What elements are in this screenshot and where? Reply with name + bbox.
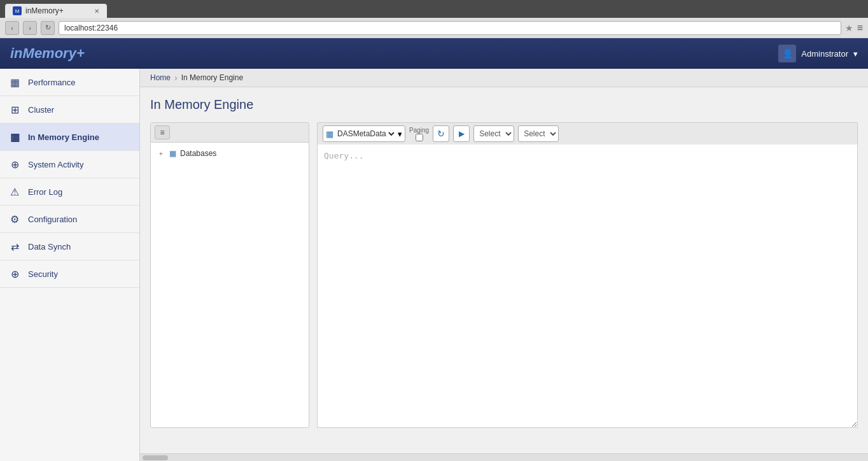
sidebar-label-security: Security xyxy=(28,269,58,279)
sidebar-icon-performance: ▦ xyxy=(8,75,22,89)
paging-label: Paging xyxy=(409,127,429,134)
page-content: In Memory Engine ≡ + ▦ Databases xyxy=(140,87,868,453)
tree-databases-icon: ▦ xyxy=(167,148,178,159)
reload-button[interactable]: ↻ xyxy=(41,21,55,35)
bookmark-icon[interactable]: ★ xyxy=(845,23,853,33)
page-title: In Memory Engine xyxy=(150,97,858,112)
scrollbar-thumb[interactable] xyxy=(143,455,168,460)
sidebar-icon-in-memory-engine: ▦ xyxy=(8,130,22,144)
user-avatar-icon: 👤 xyxy=(778,45,796,62)
tree-toolbar-button[interactable]: ≡ xyxy=(155,125,170,139)
sidebar-item-performance[interactable]: ▦ Performance xyxy=(0,69,139,96)
db-select-container: ▦ DASMetaData ▾ xyxy=(323,125,405,142)
db-select-icon: ▦ xyxy=(326,129,333,139)
sidebar-icon-cluster: ⊞ xyxy=(8,103,22,117)
query-textarea[interactable] xyxy=(317,145,858,428)
forward-button[interactable]: › xyxy=(23,21,37,35)
sidebar-label-performance: Performance xyxy=(28,78,75,87)
refresh-button[interactable]: ↻ xyxy=(433,125,449,142)
back-button[interactable]: ‹ xyxy=(5,21,19,35)
tree-content: + ▦ Databases xyxy=(151,143,309,164)
sidebar: ▦ Performance ⊞ Cluster ▦ In Memory Engi… xyxy=(0,69,140,461)
sidebar-icon-error-log: ⚠ xyxy=(8,185,22,199)
sidebar-label-in-memory-engine: In Memory Engine xyxy=(28,132,99,142)
bottom-scrollbar[interactable] xyxy=(140,453,868,461)
paging-area: Paging xyxy=(409,127,429,141)
sidebar-icon-data-synch: ⇄ xyxy=(8,239,22,253)
db-select-dropdown[interactable]: DASMetaData xyxy=(335,129,396,139)
tree-expand-icon[interactable]: + xyxy=(157,150,165,157)
content-area: Home › In Memory Engine In Memory Engine… xyxy=(140,69,868,461)
sidebar-item-in-memory-engine[interactable]: ▦ In Memory Engine xyxy=(0,124,139,151)
paging-checkbox[interactable] xyxy=(416,134,423,141)
address-bar[interactable] xyxy=(59,21,841,35)
sidebar-item-system-activity[interactable]: ⊕ System Activity xyxy=(0,151,139,178)
tab-title: inMemory+ xyxy=(25,6,64,15)
user-dropdown-icon[interactable]: ▾ xyxy=(853,49,858,59)
user-area: 👤 Adminstrator ▾ xyxy=(778,45,858,62)
tree-item-databases[interactable]: + ▦ Databases xyxy=(155,146,305,160)
sidebar-item-data-synch[interactable]: ⇄ Data Synch xyxy=(0,233,139,260)
sidebar-label-data-synch: Data Synch xyxy=(28,242,71,252)
sidebar-item-cluster[interactable]: ⊞ Cluster xyxy=(0,96,139,124)
tree-databases-label: Databases xyxy=(180,149,216,158)
sidebar-item-security[interactable]: ⊕ Security xyxy=(0,260,139,288)
tree-panel: ≡ + ▦ Databases xyxy=(150,122,309,428)
user-name: Adminstrator xyxy=(801,49,848,59)
panels: ≡ + ▦ Databases xyxy=(150,122,858,428)
tree-toolbar: ≡ xyxy=(151,123,309,143)
browser-toolbar: ‹ › ↻ ★ ≡ xyxy=(0,18,868,38)
sidebar-label-system-activity: System Activity xyxy=(28,160,83,169)
browser-tab[interactable]: M inMemory+ ✕ xyxy=(5,4,107,18)
app-logo: inMemory+ xyxy=(10,45,85,62)
sidebar-item-configuration[interactable]: ⚙ Configuration xyxy=(0,206,139,233)
run-button[interactable]: ▶ xyxy=(453,125,470,142)
sidebar-label-cluster: Cluster xyxy=(28,105,54,115)
db-select-chevron-icon: ▾ xyxy=(398,129,402,139)
query-select-2[interactable]: Select xyxy=(518,125,559,142)
tab-favicon: M xyxy=(13,6,22,15)
sidebar-label-error-log: Error Log xyxy=(28,187,62,197)
query-panel: ▦ DASMetaData ▾ Paging xyxy=(317,122,858,428)
browser-menu-button[interactable]: ≡ xyxy=(857,22,863,34)
main-area: ▦ Performance ⊞ Cluster ▦ In Memory Engi… xyxy=(0,69,868,461)
query-toolbar: ▦ DASMetaData ▾ Paging xyxy=(317,122,858,145)
app-header: inMemory+ 👤 Adminstrator ▾ xyxy=(0,38,868,69)
breadcrumb-home-link[interactable]: Home xyxy=(150,73,171,82)
sidebar-label-configuration: Configuration xyxy=(28,215,77,224)
breadcrumb: Home › In Memory Engine xyxy=(140,69,868,87)
breadcrumb-current: In Memory Engine xyxy=(181,73,243,82)
browser-chrome: M inMemory+ ✕ ‹ › ↻ ★ ≡ xyxy=(0,0,868,38)
sidebar-item-error-log[interactable]: ⚠ Error Log xyxy=(0,178,139,206)
sidebar-icon-configuration: ⚙ xyxy=(8,212,22,226)
sidebar-icon-system-activity: ⊕ xyxy=(8,157,22,171)
tab-close-button[interactable]: ✕ xyxy=(94,8,99,15)
browser-tab-bar: M inMemory+ ✕ xyxy=(0,0,868,18)
sidebar-icon-security: ⊕ xyxy=(8,267,22,281)
breadcrumb-separator: › xyxy=(174,73,178,83)
app-wrapper: inMemory+ 👤 Adminstrator ▾ ▦ Performance… xyxy=(0,38,868,461)
query-select-1[interactable]: Select xyxy=(473,125,514,142)
